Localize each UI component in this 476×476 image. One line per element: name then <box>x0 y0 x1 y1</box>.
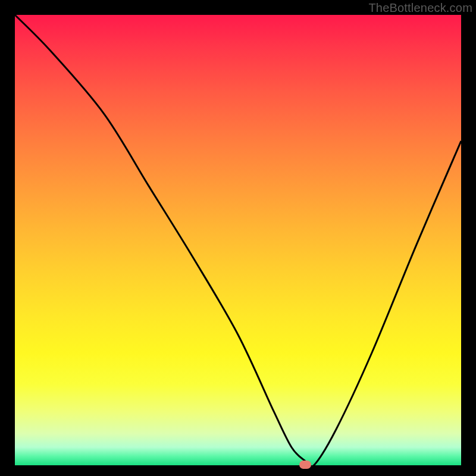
chart-container: TheBottleneck.com <box>0 0 476 476</box>
plot-area <box>15 15 461 465</box>
curve-svg <box>15 15 461 465</box>
watermark-label: TheBottleneck.com <box>368 1 472 15</box>
bottleneck-curve <box>15 15 461 465</box>
optimal-point-marker <box>299 461 311 469</box>
